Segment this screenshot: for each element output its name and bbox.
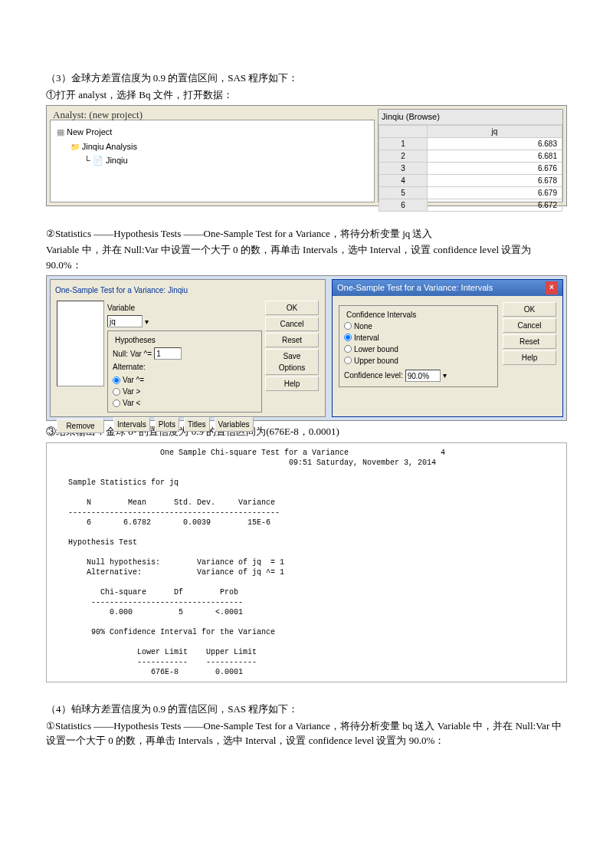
col-header: jq bbox=[428, 125, 562, 137]
paragraph-step2b: Variable 中，并在 Null:Var 中设置一个大于 0 的数，再单击 … bbox=[46, 242, 567, 272]
document-page: （3）金球方差置信度为 0.9 的置信区间，SAS 程序如下： ①打开 anal… bbox=[0, 0, 613, 781]
sas-output: One Sample Chi-square Test for a Varianc… bbox=[46, 442, 567, 682]
hypotheses-group: Hypotheses Null: Var ^= 1 Alternate: Var… bbox=[107, 330, 262, 413]
table-row: 46.678 bbox=[379, 174, 562, 186]
alt-radio-gt[interactable]: Var > bbox=[113, 386, 257, 397]
intervals-dialog: One-Sample Test for a Variance: Interval… bbox=[332, 279, 563, 417]
paragraph-step1: ①打开 analyst，选择 Bq 文件，打开数据： bbox=[46, 87, 567, 103]
alt-radio-ne[interactable]: Var ^= bbox=[113, 374, 257, 386]
paragraph-3-intro: （3）金球方差置信度为 0.9 的置信区间，SAS 程序如下： bbox=[46, 71, 567, 86]
confidence-level-field[interactable]: 90.0% bbox=[405, 370, 441, 382]
reset-button[interactable]: Reset bbox=[503, 334, 556, 349]
close-icon[interactable]: × bbox=[546, 281, 558, 294]
dialogs-screenshot: One-Sample Test for a Variance: Jinqiu R… bbox=[46, 275, 567, 421]
alt-radio-lt[interactable]: Var < bbox=[113, 397, 257, 409]
paragraph-4-intro: （4）铂球方差置信度为 0.9 的置信区间，SAS 程序如下： bbox=[46, 702, 567, 717]
browse-title: Jinqiu (Browse) bbox=[379, 110, 562, 125]
ci-radio-interval[interactable]: Interval bbox=[344, 332, 493, 344]
project-tree-pane: New Project Jinqiu Analysis └ 📄 Jinqiu bbox=[50, 120, 375, 202]
table-row: 56.679 bbox=[379, 186, 562, 199]
plots-button[interactable]: Plots bbox=[155, 417, 179, 432]
table-row: 36.676 bbox=[379, 162, 562, 174]
variables-button[interactable]: Variables bbox=[215, 417, 254, 432]
null-value-field[interactable]: 1 bbox=[154, 347, 182, 360]
dropdown-icon[interactable]: ▾ bbox=[443, 370, 447, 381]
tree-folder[interactable]: Jinqiu Analysis bbox=[57, 140, 368, 154]
cancel-button[interactable]: Cancel bbox=[503, 318, 556, 333]
tree-new-project[interactable]: New Project bbox=[57, 125, 368, 140]
variable-listbox[interactable] bbox=[57, 301, 104, 386]
tree-file[interactable]: └ 📄 Jinqiu bbox=[57, 153, 368, 168]
table-row: 66.672 bbox=[379, 199, 562, 211]
paragraph-4-step1: ①Statistics ——Hypothesis Tests ——One-Sam… bbox=[46, 718, 567, 748]
titles-button[interactable]: Titles bbox=[184, 417, 210, 432]
reset-button[interactable]: Reset bbox=[265, 333, 319, 347]
data-browse-pane: Jinqiu (Browse) jq 16.683 26.681 36.676 … bbox=[378, 109, 563, 202]
ok-button[interactable]: OK bbox=[503, 302, 556, 317]
variable-field[interactable]: jq bbox=[107, 315, 143, 327]
save-options-button[interactable]: Save Options bbox=[265, 349, 319, 375]
remove-button[interactable]: Remove bbox=[57, 419, 104, 433]
intervals-dialog-title: One-Sample Test for a Variance: Interval… bbox=[337, 281, 493, 294]
window-title: Analyst: (new project) bbox=[47, 106, 149, 124]
analyst-window: Analyst: (new project) New Project Jinqi… bbox=[46, 105, 567, 206]
confidence-intervals-group: Confidence Intervals None Interval Lower… bbox=[339, 305, 498, 387]
stepper-icon[interactable]: ▾ bbox=[145, 316, 149, 327]
variable-label: Variable bbox=[107, 302, 135, 314]
table-row: 26.681 bbox=[379, 150, 562, 162]
ok-button[interactable]: OK bbox=[265, 301, 319, 315]
ci-radio-none[interactable]: None bbox=[344, 321, 493, 332]
ci-radio-upper[interactable]: Upper bound bbox=[344, 355, 493, 367]
dialog-title: One-Sample Test for a Variance: Jinqiu bbox=[54, 283, 322, 298]
table-row: 16.683 bbox=[379, 137, 562, 150]
help-button[interactable]: Help bbox=[503, 350, 556, 365]
data-table: jq 16.683 26.681 36.676 46.678 56.679 66… bbox=[379, 125, 562, 212]
variance-test-dialog: One-Sample Test for a Variance: Jinqiu R… bbox=[50, 279, 326, 417]
cancel-button[interactable]: Cancel bbox=[265, 317, 319, 331]
help-button[interactable]: Help bbox=[265, 376, 319, 391]
paragraph-step2a: ②Statistics ——Hypothesis Tests ——One-Sam… bbox=[46, 226, 567, 242]
intervals-button[interactable]: Intervals bbox=[113, 417, 150, 432]
ci-radio-lower[interactable]: Lower bound bbox=[344, 344, 493, 355]
